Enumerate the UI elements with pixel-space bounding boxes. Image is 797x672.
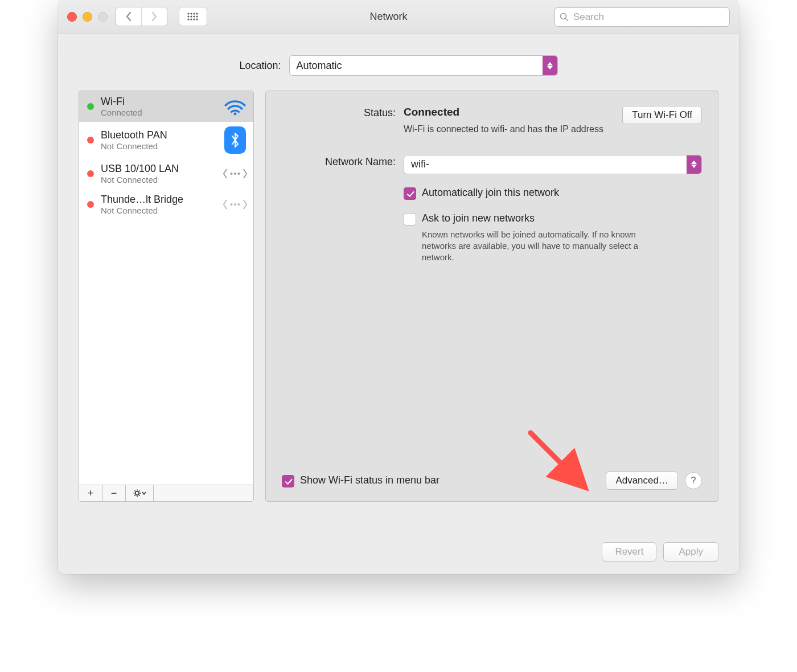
svg-point-5: [190, 15, 192, 17]
svg-point-9: [190, 18, 192, 20]
svg-point-16: [234, 173, 236, 175]
ask-join-hint: Known networks will be joined automatica…: [422, 229, 661, 264]
revert-button[interactable]: Revert: [602, 542, 656, 562]
network-name-label: Network Name:: [282, 155, 404, 168]
svg-point-18: [230, 203, 232, 206]
status-value: Connected: [404, 106, 611, 118]
service-item-bluetooth-pan[interactable]: Bluetooth PAN Not Connected: [79, 122, 253, 158]
svg-point-21: [135, 491, 139, 495]
titlebar: Network: [58, 0, 739, 34]
service-status: Connected: [101, 108, 216, 117]
service-name: Bluetooth PAN: [101, 129, 216, 141]
svg-point-20: [237, 203, 240, 206]
close-window-icon[interactable]: [67, 12, 77, 22]
svg-point-15: [230, 173, 232, 175]
auto-join-label: Automatically join this network: [422, 187, 559, 199]
svg-point-0: [187, 13, 189, 14]
ask-join-label: Ask to join new networks: [422, 212, 661, 224]
apply-button[interactable]: Apply: [663, 542, 718, 562]
wifi-icon: [223, 97, 248, 116]
traffic-lights: [67, 12, 108, 22]
zoom-window-icon: [98, 12, 108, 22]
status-dot-icon: [87, 103, 94, 110]
service-item-thunderbolt-bridge[interactable]: Thunde…lt Bridge Not Connected: [79, 189, 253, 220]
service-item-usb-lan[interactable]: USB 10/100 LAN Not Connected: [79, 158, 253, 189]
svg-point-8: [187, 18, 189, 20]
location-popup[interactable]: Automatic: [289, 55, 558, 76]
service-status: Not Connected: [101, 141, 216, 151]
detail-panel: Status: Connected Wi-Fi is connected to …: [265, 91, 718, 502]
show-menubar-label: Show Wi-Fi status in menu bar: [300, 474, 439, 486]
grid-icon: [187, 12, 199, 21]
updown-icon: [543, 56, 557, 75]
network-prefs-window: Network Location: Automatic Wi-Fi: [58, 0, 739, 574]
network-name-popup[interactable]: wifi-: [404, 155, 702, 174]
remove-service-button[interactable]: −: [102, 485, 126, 501]
network-name-value: wifi-: [411, 158, 429, 170]
service-name: Wi-Fi: [101, 96, 216, 108]
search-icon: [560, 13, 569, 22]
show-all-prefs-button[interactable]: [179, 7, 207, 26]
location-row: Location: Automatic: [79, 55, 718, 76]
service-actions-menu[interactable]: [126, 485, 154, 501]
show-menubar-row: Show Wi-Fi status in menu bar: [282, 474, 439, 487]
ethernet-icon: [223, 196, 248, 213]
sidebar-footer: + −: [79, 485, 253, 501]
location-value: Automatic: [297, 60, 342, 72]
ethernet-icon: [223, 165, 248, 182]
ask-join-row: Ask to join new networks Known networks …: [404, 212, 702, 264]
gear-icon: [133, 489, 146, 497]
svg-line-26: [134, 490, 135, 491]
svg-line-27: [139, 495, 139, 495]
svg-point-10: [193, 18, 195, 20]
svg-point-3: [196, 13, 198, 14]
status-dot-icon: [87, 201, 94, 208]
service-name: USB 10/100 LAN: [101, 163, 216, 175]
add-service-button[interactable]: +: [79, 485, 102, 501]
svg-point-7: [196, 15, 198, 17]
status-label: Status:: [282, 106, 404, 119]
show-menubar-checkbox[interactable]: [282, 475, 294, 487]
help-button[interactable]: ?: [685, 472, 702, 489]
bluetooth-icon: [223, 126, 248, 154]
forward-button[interactable]: [141, 7, 167, 26]
svg-point-19: [234, 203, 236, 206]
svg-point-17: [237, 173, 240, 175]
svg-point-11: [196, 18, 198, 20]
location-label: Location:: [239, 60, 281, 72]
service-status: Not Connected: [101, 206, 216, 215]
svg-point-2: [193, 13, 195, 14]
service-item-wifi[interactable]: Wi-Fi Connected: [79, 91, 253, 122]
status-subtext: Wi-Fi is connected to wifi- and has the …: [404, 123, 611, 136]
bottom-buttons: Revert Apply: [602, 542, 718, 562]
status-dot-icon: [87, 170, 94, 177]
advanced-button[interactable]: Advanced…: [606, 472, 678, 490]
svg-point-6: [193, 15, 195, 17]
ask-join-checkbox[interactable]: [404, 213, 416, 226]
back-button[interactable]: [116, 7, 141, 26]
service-status: Not Connected: [101, 175, 216, 185]
updown-icon: [687, 155, 701, 174]
services-sidebar: Wi-Fi Connected Bluetooth PAN Not Connec…: [79, 91, 254, 502]
search-input[interactable]: [572, 11, 725, 23]
auto-join-row: Automatically join this network: [404, 187, 702, 200]
content-area: Location: Automatic Wi-Fi Connected: [58, 34, 739, 502]
wifi-toggle-button[interactable]: Turn Wi-Fi Off: [622, 106, 702, 124]
svg-line-13: [565, 18, 568, 21]
auto-join-checkbox[interactable]: [404, 187, 416, 200]
status-dot-icon: [87, 137, 94, 144]
svg-point-14: [234, 113, 237, 116]
svg-line-29: [134, 495, 135, 495]
minimize-window-icon[interactable]: [83, 12, 92, 22]
service-list[interactable]: Wi-Fi Connected Bluetooth PAN Not Connec…: [79, 91, 253, 485]
svg-line-28: [139, 490, 139, 491]
search-field[interactable]: [554, 7, 730, 27]
footer-spacer: [154, 485, 253, 501]
svg-point-1: [190, 13, 192, 14]
service-name: Thunde…lt Bridge: [101, 194, 216, 206]
nav-back-forward: [116, 7, 167, 26]
svg-point-4: [187, 15, 189, 17]
